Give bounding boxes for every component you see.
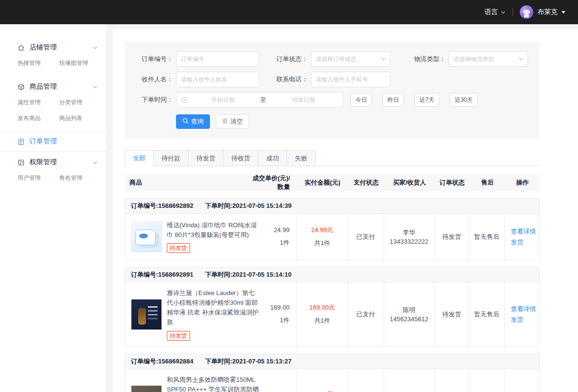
order-status: 待发货 [442, 310, 461, 319]
order-action-link[interactable]: 发货 [511, 237, 523, 248]
order-action-link[interactable]: 查看详情 [511, 226, 536, 237]
quick-range-button[interactable]: 昨日 [383, 93, 404, 107]
product-cell: 和风雨男士多效防晒喷雾150ML SPF50 PA+++ 学生军训防黑防晒乳 户… [125, 369, 297, 392]
order-card: 订单编号:1568692884 下单时间:2021-07-05 15:13:27… [125, 354, 540, 392]
order-number: 订单编号:1568692892 [131, 202, 193, 210]
order-status-label: 订单状态： [274, 55, 308, 63]
product-cell: 雅诗兰黛（Estee Lauder）第七代小棕瓶特润修护精华30ml 面部精华液… [125, 282, 297, 346]
order-action-link[interactable]: 发货 [511, 314, 523, 325]
quantity: 1件 [270, 316, 289, 325]
sidebar-item[interactable]: 店铺管理 [0, 38, 106, 57]
chevron-down-icon [381, 56, 386, 63]
paid-amount: 89.00元 [311, 390, 334, 392]
buyer-name: 陈明 [403, 306, 416, 314]
logistics-type-placeholder: 请选择物流类型 [453, 55, 494, 63]
receiver-name-input[interactable] [176, 72, 259, 87]
clear-button[interactable]: 清空 [216, 114, 249, 129]
sidebar-subitem[interactable]: 角色管理 [59, 174, 101, 182]
product-title: 雅诗兰黛（Estee Lauder）第七代小棕瓶特润修护精华30ml 面部精华液… [167, 288, 260, 328]
order-icon [17, 138, 25, 145]
order-status: 待发货 [442, 233, 461, 241]
contact-phone-input[interactable] [311, 72, 390, 87]
sidebar-subitem[interactable]: 热搜管理 [17, 59, 59, 67]
sidebar-subitem[interactable]: 发布商品 [17, 114, 59, 123]
sidebar-item-label: 店铺管理 [30, 43, 93, 52]
sidebar-item[interactable]: 订单管理 [0, 132, 106, 151]
sidebar-subitem[interactable]: 分类管理 [59, 98, 101, 107]
filter-panel: 订单编号： 订单状态： 请选择订单状态 物流类型： [125, 42, 540, 139]
buyer-phone: 13433322222 [390, 238, 429, 245]
order-status-placeholder: 请选择订单状态 [316, 55, 356, 63]
order-card-header: 订单编号:1568692892 下单时间:2021-07-05 15:14:39 [125, 198, 540, 214]
unit-price-quantity: 169.00 1件 [270, 304, 296, 325]
chevron-down-icon [518, 56, 524, 63]
product-cell: 维达(Vinda) 湿巾纸巾 RO纯水湿巾 80片*3包量贩装(母婴可用) 待发… [125, 214, 297, 260]
order-status-cell: 待发货 [434, 369, 469, 392]
actions-cell: 查看详情发货 [505, 282, 539, 346]
sidebar-item-label: 商品管理 [30, 82, 93, 91]
sidebar-subitem[interactable]: 用户管理 [17, 174, 59, 182]
tab-active[interactable]: 全部 [125, 150, 154, 166]
sidebar-item-label: 订单管理 [30, 137, 98, 146]
language-label: 语言 [484, 8, 498, 16]
date-separator: 至 [257, 96, 269, 104]
order-card-body: 维达(Vinda) 湿巾纸巾 RO纯水湿巾 80片*3包量贩装(母婴可用) 待发… [125, 214, 540, 260]
order-action-link[interactable]: 查看详情 [511, 390, 536, 392]
sidebar-section: 店铺管理 热搜管理轮播图管理 [0, 37, 106, 76]
tab-item[interactable]: 成功 [258, 150, 287, 166]
logistics-type-select[interactable]: 请选择物流类型 [449, 51, 528, 67]
sidebar-subitems: 用户管理角色管理 [0, 172, 106, 189]
sidebar-section: 订单管理 [0, 131, 106, 152]
buyer-name: 李华 [403, 228, 416, 237]
chevron-down-icon [93, 160, 98, 165]
buyer-phone: 14562345612 [390, 315, 429, 323]
avatar [520, 5, 533, 19]
sidebar-item[interactable]: 商品管理 [0, 77, 106, 96]
tab-item[interactable]: 待发货 [188, 150, 224, 166]
chevron-down-icon [500, 10, 506, 15]
paid-amount-cell: 89.00元 共1件 [297, 369, 348, 392]
column-header: 支付状态 [348, 178, 384, 187]
order-card: 订单编号:1568692891 下单时间:2021-07-05 15:14:10… [125, 267, 540, 347]
permission-icon [17, 158, 25, 166]
product-image [131, 221, 162, 252]
order-status-select[interactable]: 请选择订单状态 [311, 51, 390, 67]
search-button-label: 查询 [191, 117, 204, 126]
language-menu[interactable]: 语言 [484, 8, 506, 16]
contact-phone-label: 联系电话： [274, 75, 308, 84]
sidebar-item[interactable]: 权限管理 [0, 153, 106, 172]
topbar: 语言 布莱克 [0, 0, 578, 24]
clear-button-label: 清空 [230, 117, 243, 126]
user-menu[interactable]: 布莱克 [520, 5, 565, 19]
pay-status-cell: 已支付 [348, 214, 384, 260]
quick-range-button[interactable]: 今日 [351, 93, 372, 107]
product-image [131, 385, 162, 392]
paid-amount-cell: 24.99元 共1件 [297, 214, 348, 260]
quick-range-button[interactable]: 近7天 [415, 93, 439, 107]
search-button[interactable]: 查询 [176, 114, 210, 129]
pay-status-cell: 已支付 [348, 282, 384, 346]
sidebar-subitem[interactable]: 商品列表 [59, 114, 101, 123]
order-time: 下单时间:2021-07-05 15:14:39 [205, 202, 291, 210]
tab-item[interactable]: 待付款 [153, 150, 189, 166]
date-range-picker[interactable]: 开始日期 至 结束日期 [176, 92, 343, 108]
goods-icon [17, 83, 25, 91]
column-header: 订单状态 [435, 178, 469, 187]
order-card: 订单编号:1568692892 下单时间:2021-07-05 15:14:39… [125, 198, 540, 260]
order-time: 下单时间:2021-07-05 15:13:27 [205, 357, 291, 366]
chevron-down-icon [93, 84, 98, 90]
start-date-placeholder: 开始日期 [189, 96, 257, 104]
quick-range-button[interactable]: 近30天 [450, 93, 478, 107]
sidebar-subitem[interactable]: 轮播图管理 [59, 59, 101, 67]
sidebar-subitems: 属性管理分类管理发布商品商品列表 [0, 96, 106, 129]
order-no-input[interactable] [176, 51, 259, 67]
buyer-cell: 李华 13433322222 [384, 369, 435, 392]
order-action-link[interactable]: 查看详情 [511, 304, 536, 314]
pay-status: 已支付 [356, 310, 375, 319]
status-badge: 待发货 [167, 243, 190, 253]
sidebar-subitem[interactable]: 属性管理 [17, 98, 59, 107]
tab-item[interactable]: 待收货 [223, 150, 258, 166]
tab-item[interactable]: 失败 [287, 150, 316, 166]
clock-icon [181, 97, 188, 103]
status-badge: 待发货 [167, 331, 190, 341]
